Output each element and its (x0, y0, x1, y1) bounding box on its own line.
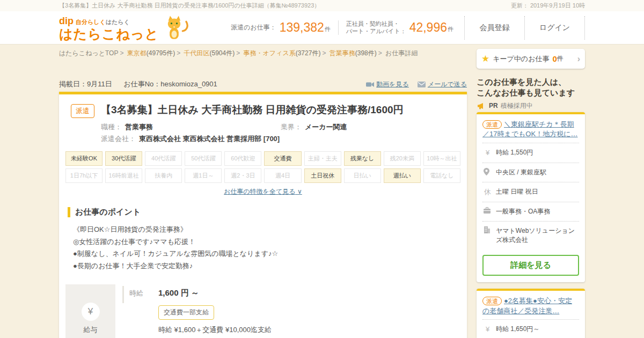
stat-fulltime-unit: 件 (448, 25, 453, 35)
salary-type-label: 時給 (129, 289, 143, 298)
employment-type-badge: 派遣 (71, 104, 94, 118)
point-line: 《即日OK☆日用雑貨の受発注事務》 (73, 224, 453, 236)
site-header: 【3名募集】土日休み 大手商社勤務 日用雑貨の受発注事務/1600円の仕事詳細（… (0, 0, 644, 45)
tag-feature: 残20未満 (384, 151, 421, 166)
page-title: 【3名募集】土日休み 大手商社勤務 日用雑貨の受発注事務/1600円の仕事詳細（… (59, 2, 320, 10)
occupation-label: 職種： (101, 122, 122, 132)
logo-tagline-orange: 自分らしく (76, 19, 106, 25)
related-job-company: ヤマトWebソリューションズ株式会社 (482, 221, 579, 249)
yen-icon: ¥ (82, 303, 100, 321)
cat-mascot-icon (162, 14, 189, 41)
occupation-value: 営業事務 (125, 122, 153, 132)
tag-feature: 日払い (344, 168, 381, 183)
job-detail-card: 派遣 【3名募集】土日休み 大手商社勤務 日用雑貨の受発注事務/1600円 職種… (59, 92, 467, 338)
tag-feature: 16時前退社 (105, 168, 142, 183)
yen-icon: ¥ (484, 325, 492, 334)
stat-haken: 派遣のお仕事： 139,382 件 (223, 20, 338, 35)
breadcrumb-sales-office[interactable]: 営業事務 (330, 49, 355, 57)
posted-date: 掲載日：9月11日 (59, 80, 112, 88)
send-mail-link[interactable]: メールで送る (418, 80, 467, 89)
logo-tagline-gray: はたらく (106, 19, 130, 25)
related-job-location: 中央区 / 東銀座駅 (482, 163, 579, 182)
kept-jobs-label: キープ中のお仕事 (493, 54, 549, 64)
breadcrumb-tokyo[interactable]: 東京都 (127, 49, 147, 57)
points-section-heading: お仕事のポイント (68, 207, 458, 217)
brand-name: はたらこねっと (59, 27, 159, 41)
briefcase-icon (484, 207, 492, 214)
salary-section: ¥ 給与 時給 1,600 円 ～ 交通費一部支給 時給 ¥1,600＋交通費 … (65, 284, 460, 338)
tag-feature: 60代歓迎 (224, 151, 261, 166)
tag-feature: 50代活躍 (185, 151, 222, 166)
employment-type-badge: 派遣 (482, 120, 502, 129)
kept-jobs-unit: 件 (557, 54, 564, 63)
breadcrumb-current: お仕事詳細 (385, 49, 418, 57)
related-job-category: 一般事務・OA事務 (482, 202, 579, 221)
breadcrumb-chiyoda[interactable]: 千代田区 (184, 49, 210, 57)
dip-logo: dip (59, 16, 74, 26)
view-details-button[interactable]: 詳細を見る (482, 255, 579, 276)
tag-feature: 未経験OK (65, 151, 103, 166)
tag-feature: 交通費 (264, 151, 301, 166)
point-line: ●制服なし、ネイル可！カジュアルな雰囲気の職場となります♪☆ (73, 248, 453, 260)
point-line: ◎女性活躍のお仕事です♪ママも応援！ (73, 236, 453, 248)
stat-fulltime-value: 42,996 (409, 20, 447, 35)
tag-feature: 10時～出社 (423, 151, 460, 166)
pr-label: PR (489, 102, 498, 109)
tag-feature: 30代活躍 (105, 151, 142, 166)
top-strip: 【3名募集】土日休み 大手商社勤務 日用雑貨の受発注事務/1600円の仕事詳細（… (0, 0, 644, 11)
kept-jobs-button[interactable]: ★ キープ中のお仕事 0 件 › (477, 49, 585, 69)
sidebar: ★ キープ中のお仕事 0 件 › このお仕事を見た人は、こんなお仕事も見ています… (477, 49, 585, 338)
stat-fulltime-label: 正社員・契約社員・パート・アルバイト： (346, 20, 406, 35)
building-icon (484, 226, 492, 233)
breadcrumb: はたらこねっとTOP> 東京都(49795件)> 千代田区(5904件)> 事務… (59, 49, 467, 58)
employment-type-badge: 派遣 (482, 297, 502, 305)
job-number: お仕事No：heskomioza_0901 (123, 80, 217, 88)
job-title: 【3名募集】土日休み 大手商社勤務 日用雑貨の受発注事務/1600円 (101, 104, 404, 116)
job-points: 《即日OK☆日用雑貨の受発注事務》 ◎女性活躍のお仕事です♪ママも応援！ ●制服… (65, 224, 460, 273)
breadcrumb-office[interactable]: 事務・オフィス系 (244, 49, 296, 57)
chevron-down-icon: ∨ (297, 188, 302, 195)
related-job-card: 派遣●2名募集●安心・安定の老舗商社／受発注業… ¥ 時給 1,650円～ 千代… (477, 289, 585, 338)
updated-timestamp: 更新： 2019年9月19日 10時 (511, 2, 585, 10)
header-stats: 派遣のお仕事： 139,382 件 正社員・契約社員・パート・アルバイト： 42… (223, 20, 461, 35)
industry-value: メーカー関連 (305, 122, 347, 132)
stat-haken-value: 139,382 (280, 20, 324, 35)
point-line: ●長期のお仕事！大手企業で安定勤務♪ (73, 260, 453, 273)
agency-label: 派遣会社： (101, 134, 136, 144)
related-job-salary: ¥ 時給 1,550円 (482, 143, 579, 163)
feature-tags: 未経験OK 30代活躍 40代活躍 50代活躍 60代歓迎 交通費 主婦・主夫 … (65, 151, 460, 183)
megaphone-icon (478, 102, 486, 109)
tag-feature: 残業なし (344, 151, 381, 166)
login-button[interactable]: ログイン (524, 16, 584, 40)
breadcrumb-top[interactable]: はたらこねっとTOP (59, 49, 118, 57)
header-nav: 会員登録 ログイン (464, 16, 585, 40)
salary-detail: 時給 ¥1,600＋交通費 ¥10,000迄支給 (158, 325, 460, 335)
tag-feature: 週払い (384, 168, 421, 183)
salary-box-label: 給与 (84, 325, 98, 335)
kept-jobs-count: 0 (552, 54, 557, 63)
yen-icon: ¥ (484, 148, 492, 158)
stat-haken-unit: 件 (325, 25, 331, 35)
watch-video-link[interactable]: 動画を見る (366, 80, 409, 89)
tag-feature: 週4日 (264, 168, 301, 183)
tag-feature: 主婦・主夫 (304, 151, 341, 166)
site-logo[interactable]: dip自分らしくはたらく はたらこねっと (59, 14, 189, 41)
industry-label: 業界： (281, 122, 302, 132)
holiday-icon: 休 (484, 187, 492, 197)
also-viewed-heading: このお仕事を見た人は、こんなお仕事も見ています (477, 77, 585, 99)
show-all-features-link[interactable]: お仕事の特徴を全て見る ∨ (224, 188, 302, 195)
pr-row: PR 積極採用中 (477, 101, 585, 111)
video-camera-icon (366, 82, 374, 87)
job-meta-row: 掲載日：9月11日 お仕事No：heskomioza_0901 動画を見る メー… (59, 79, 467, 89)
location-pin-icon (484, 168, 492, 175)
tag-feature: 扶養内 (145, 168, 182, 183)
tag-feature: 1日7h以下 (65, 168, 103, 183)
agency-value: 東西株式会社 東西株式会社 営業採用部 [700] (139, 134, 280, 144)
tag-feature: 土日祝休 (304, 168, 341, 183)
register-button[interactable]: 会員登録 (464, 16, 524, 40)
commute-allowance-badge: 交通費一部支給 (158, 305, 214, 320)
related-job-card: 派遣＼東銀座駅チカ＊長期／17時までもOK！地方税に… ¥ 時給 1,550円 … (477, 112, 585, 282)
star-icon: ★ (481, 53, 489, 64)
salary-amount: 1,600 円 ～ (158, 285, 460, 298)
envelope-icon (418, 82, 426, 87)
